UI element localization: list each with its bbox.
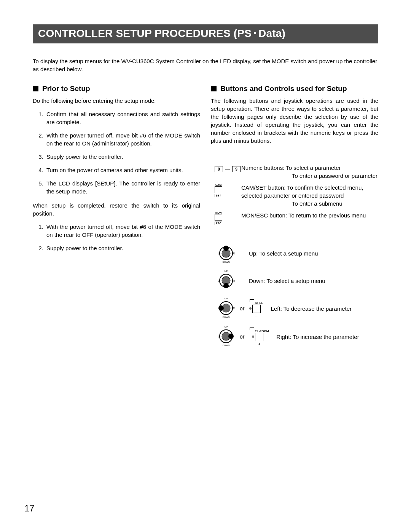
prior-steps-2: With the power turned off, move bit #6 o… — [33, 223, 200, 252]
cam-label: CAM — [215, 184, 221, 186]
svg-text:L: L — [218, 280, 219, 282]
joystick-left-desc: Left: To decrease the parameter — [271, 305, 352, 312]
joystick-down-icon: UP L R — [215, 269, 237, 292]
list-item: The LCD displays [SEtUP]. The controller… — [45, 179, 200, 195]
list-item: Supply power to the controller. — [45, 244, 200, 252]
controls-list: 0 9 Numeric buttons: To select a paramet… — [211, 164, 378, 348]
svg-point-21 — [228, 334, 234, 339]
camset-icon: CAM SET — [215, 184, 241, 197]
two-column-layout: Prior to Setup Do the following before e… — [33, 85, 378, 353]
monesc-desc: MON/ESC button: To return to the previou… — [241, 211, 378, 219]
joystick-up-desc: Up: To select a setup menu — [249, 250, 318, 257]
joystick-right-icon: UP L DOWN — [215, 325, 237, 348]
svg-text:R: R — [233, 280, 235, 282]
key-range-dash-icon — [225, 169, 230, 169]
right-column: Buttons and Controls used for Setup The … — [211, 85, 378, 353]
key-0-icon: 0 — [215, 166, 223, 172]
square-bullet-icon — [33, 86, 38, 91]
buttons-lead: The following buttons and joystick opera… — [211, 97, 378, 145]
svg-text:UP: UP — [225, 326, 228, 328]
svg-point-15 — [218, 305, 224, 311]
square-bullet-icon — [211, 86, 217, 91]
or-text: or — [240, 305, 244, 312]
numeric-desc-a: Numeric buttons: To select a parameter — [241, 164, 378, 172]
svg-point-9 — [223, 283, 229, 288]
page-number: 17 — [24, 503, 35, 514]
left-column: Prior to Setup Do the following before e… — [33, 85, 200, 353]
svg-text:L: L — [218, 252, 219, 255]
key-9-icon: 9 — [232, 166, 241, 172]
svg-text:DOWN: DOWN — [223, 344, 230, 347]
joystick-left-row: UP R DOWN or STILL – Lef — [215, 297, 378, 320]
mon-label: MON — [215, 211, 221, 214]
camset-desc-b: To enter a submenu — [241, 200, 378, 208]
svg-text:UP: UP — [225, 270, 228, 272]
intro-paragraph: To display the setup menus for the WV-CU… — [33, 57, 378, 73]
monesc-row: MON ESC MON/ESC button: To return to the… — [215, 211, 378, 225]
joystick-right-desc: Right: To increase the parameter — [276, 334, 359, 340]
elzoom-plus-button-icon: EL-ZOOM + — [250, 328, 269, 346]
list-item: With the power turned off, move bit #6 o… — [45, 223, 200, 239]
numeric-desc-b: To enter a password or parameter — [241, 172, 378, 180]
or-text: or — [240, 334, 244, 340]
list-item: Turn on the power of cameras and other s… — [45, 166, 200, 174]
prior-steps-1: Confirm that all necessary connections a… — [33, 110, 200, 195]
svg-text:R: R — [233, 307, 235, 310]
list-item: Supply power to the controller. — [45, 153, 200, 161]
joystick-up-icon: L R DOWN — [215, 242, 237, 265]
joystick-right-row: UP L DOWN or EL-ZOOM + R — [215, 325, 378, 348]
monesc-button-icon — [215, 214, 222, 221]
camset-row: CAM SET CAM/SET button: To confirm the s… — [215, 184, 378, 208]
monesc-icon: MON ESC — [215, 211, 241, 225]
prior-lead: Do the following before entering the set… — [33, 97, 200, 105]
svg-text:DOWN: DOWN — [223, 316, 230, 318]
prior-mid-paragraph: When setup is completed, restore the swi… — [33, 201, 200, 217]
page-title-bar: CONTROLLER SETUP PROCEDURES (PSData) — [33, 24, 378, 43]
manual-page: CONTROLLER SETUP PROCEDURES (PSData) To … — [0, 0, 411, 532]
joystick-up-row: L R DOWN Up: To select a setup menu — [215, 242, 378, 265]
page-title-a: CONTROLLER SETUP PROCEDURES (PS — [38, 27, 252, 39]
list-item: Confirm that all necessary connections a… — [45, 110, 200, 126]
numeric-buttons-row: 0 9 Numeric buttons: To select a paramet… — [215, 164, 378, 180]
svg-point-2 — [223, 246, 229, 251]
buttons-heading: Buttons and Controls used for Setup — [211, 85, 378, 93]
list-item: With the power turned off, move bit #6 o… — [45, 131, 200, 147]
svg-text:R: R — [233, 252, 235, 255]
joystick-down-row: UP L R Down: To select a setup menu — [215, 269, 378, 292]
esc-label: ESC — [215, 222, 222, 225]
joystick-down-desc: Down: To select a setup menu — [249, 278, 325, 284]
numeric-keys-icon: 0 9 — [215, 164, 241, 172]
camset-button-icon — [215, 186, 222, 193]
camset-desc-a: CAM/SET button: To confirm the selected … — [241, 184, 378, 200]
page-title-b: Data) — [258, 27, 285, 39]
svg-text:DOWN: DOWN — [223, 261, 230, 263]
svg-text:UP: UP — [225, 297, 228, 300]
set-label: SET — [215, 194, 222, 197]
prior-to-setup-heading: Prior to Setup — [33, 85, 200, 93]
title-dot-icon — [254, 32, 256, 34]
joystick-left-icon: UP R DOWN — [215, 297, 237, 320]
svg-text:L: L — [218, 335, 219, 338]
still-minus-button-icon: STILL – — [250, 299, 263, 318]
